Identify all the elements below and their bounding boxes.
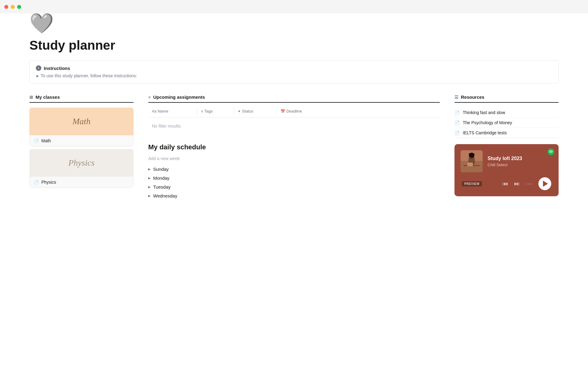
doc-icon-1: 📄: [454, 110, 460, 115]
instructions-text: To use this study planner, follow these …: [41, 73, 137, 78]
schedule-section: My daily schedule Add a new week ▶ Sunda…: [148, 143, 440, 200]
schedule-day-tuesday[interactable]: ▶ Tuesday: [148, 182, 440, 191]
resources-title: Resources: [461, 94, 484, 100]
col-status-label: Status: [242, 109, 253, 113]
instructions-title: Instructions: [44, 66, 70, 71]
math-card-title: Math: [72, 117, 90, 126]
instructions-box: i Instructions ▶ To use this study plann…: [29, 60, 559, 83]
col-tags-label: Tags: [204, 109, 213, 113]
classes-column: ⊞ My classes Math 📄 Math Physics �: [29, 94, 134, 200]
info-icon: i: [36, 65, 41, 71]
day-label-tuesday: Tuesday: [153, 184, 171, 190]
day-label-sunday: Sunday: [153, 167, 169, 172]
close-button[interactable]: [4, 5, 8, 9]
col-status: ✦ Status: [234, 108, 277, 115]
assignments-header: ≡ Upcoming assignments: [148, 94, 440, 103]
instructions-toggle[interactable]: ▶ To use this study planner, follow thes…: [36, 73, 552, 78]
resource-label-1: Thinking fast and slow: [463, 110, 505, 115]
heart-icon: 🩶: [29, 13, 559, 33]
spotify-controls: PREVIEW ⏮ ⏭ ···: [461, 177, 552, 190]
day-label-monday: Monday: [153, 175, 169, 181]
day-label-wednesday: Wednesday: [153, 193, 177, 198]
col-name-label: Name: [158, 109, 168, 113]
resource-label-2: The Psychology of Money: [463, 120, 512, 125]
titlebar: [0, 0, 588, 13]
spotify-prev-button[interactable]: ⏮: [503, 181, 508, 187]
document-icon: 📄: [34, 139, 39, 143]
spotify-logo: [548, 148, 554, 156]
physics-card-header: Physics: [29, 149, 134, 177]
assignments-table-header: Aa Name ≡ Tags ✦ Status 📅 Deadline: [148, 108, 440, 117]
spotify-widget: Study lofi 2023 Chill Select PREVIEW ⏮ ⏭…: [454, 144, 559, 196]
classes-header: ⊞ My classes: [29, 94, 134, 103]
spotify-artist: Chill Select: [488, 163, 552, 167]
spotify-buttons: ⏮ ⏭ ···: [503, 177, 551, 190]
col-tags: ≡ Tags: [197, 108, 234, 115]
page-title: Study planner: [29, 38, 559, 53]
resource-label-3: IELTS Cambridge tests: [463, 130, 507, 135]
columns-container: ⊞ My classes Math 📄 Math Physics �: [29, 94, 559, 200]
page-emoji: 🩶: [29, 13, 559, 33]
spotify-more-button[interactable]: ···: [526, 181, 532, 187]
maximize-button[interactable]: [17, 5, 21, 9]
physics-card-title: Physics: [68, 158, 95, 168]
spotify-play-button[interactable]: [538, 177, 551, 190]
add-week-button[interactable]: Add a new week: [148, 155, 440, 162]
grid-icon: ⊞: [29, 95, 33, 100]
doc-icon-3: 📄: [454, 130, 460, 135]
album-art-svg: [461, 150, 483, 172]
spotify-icon: [548, 148, 554, 155]
math-card-footer: 📄 Math: [29, 135, 134, 147]
schedule-day-wednesday[interactable]: ▶ Wednesday: [148, 191, 440, 200]
chevron-right-icon-mon: ▶: [148, 176, 151, 180]
resource-item-2[interactable]: 📄 The Psychology of Money: [454, 118, 559, 128]
resource-item-1[interactable]: 📄 Thinking fast and slow: [454, 108, 559, 118]
chevron-right-icon-tue: ▶: [148, 185, 151, 189]
assignments-column: ≡ Upcoming assignments Aa Name ≡ Tags ✦ …: [148, 94, 440, 200]
col-deadline: 📅 Deadline: [277, 108, 320, 115]
col-name-label-icon: Aa: [152, 109, 156, 113]
chevron-right-icon-sun: ▶: [148, 167, 151, 171]
assignments-title: Upcoming assignments: [153, 94, 205, 100]
math-label: Math: [41, 138, 51, 143]
schedule-day-monday[interactable]: ▶ Monday: [148, 174, 440, 182]
resources-icon: ☰: [454, 95, 458, 100]
list-icon: ≡: [148, 95, 151, 100]
resources-header: ☰ Resources: [454, 94, 559, 103]
minimize-button[interactable]: [11, 5, 15, 9]
doc-icon-2: 📄: [454, 120, 460, 125]
col-deadline-label: Deadline: [286, 109, 302, 113]
schedule-title: My daily schedule: [148, 143, 440, 151]
svg-rect-6: [467, 163, 473, 166]
document-icon-2: 📄: [34, 180, 39, 185]
spotify-info: Study lofi 2023 Chill Select: [488, 156, 552, 167]
physics-class-card[interactable]: Physics 📄 Physics: [29, 149, 134, 188]
math-class-card[interactable]: Math 📄 Math: [29, 108, 134, 147]
spotify-track: Study lofi 2023: [488, 156, 552, 161]
chevron-right-icon: ▶: [36, 74, 39, 78]
main-content: 🩶 Study planner i Instructions ▶ To use …: [0, 13, 588, 200]
resources-column: ☰ Resources 📄 Thinking fast and slow 📄 T…: [454, 94, 559, 200]
spotify-top: Study lofi 2023 Chill Select: [461, 150, 552, 172]
classes-title: My classes: [36, 94, 60, 100]
play-icon: [543, 181, 548, 187]
math-card-header: Math: [29, 108, 134, 135]
physics-card-footer: 📄 Physics: [29, 177, 134, 188]
spotify-preview-label: PREVIEW: [462, 181, 482, 186]
spotify-album-art: [461, 150, 483, 172]
no-results: No filter results.: [148, 119, 440, 133]
physics-label: Physics: [41, 180, 56, 185]
schedule-day-sunday[interactable]: ▶ Sunday: [148, 165, 440, 174]
col-deadline-icon: 📅: [281, 109, 285, 113]
spotify-next-button[interactable]: ⏭: [514, 181, 520, 187]
instructions-header: i Instructions: [36, 65, 552, 71]
col-name: Aa Name: [148, 108, 197, 115]
col-tags-icon: ≡: [201, 109, 203, 113]
col-status-icon: ✦: [238, 109, 241, 113]
resource-item-3[interactable]: 📄 IELTS Cambridge tests: [454, 128, 559, 138]
chevron-right-icon-wed: ▶: [148, 194, 151, 197]
